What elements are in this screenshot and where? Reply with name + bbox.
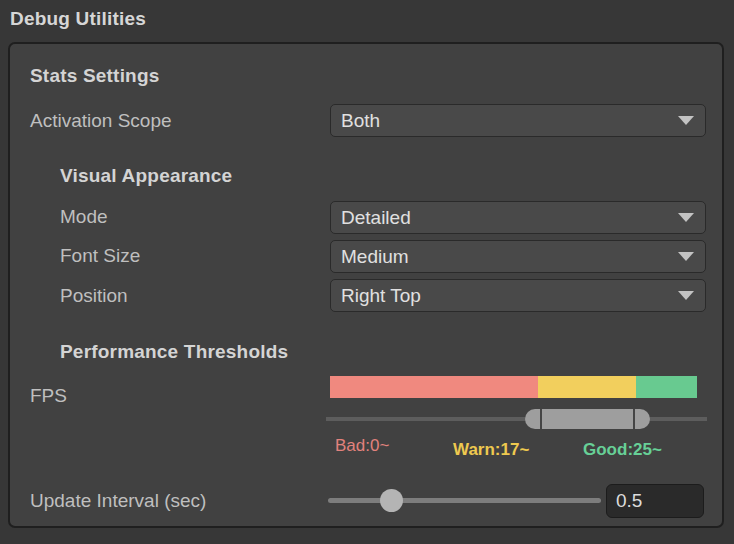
- chevron-down-icon: [678, 291, 694, 300]
- position-dropdown[interactable]: Right Top: [330, 279, 706, 312]
- activation-scope-dropdown[interactable]: Both: [330, 104, 706, 137]
- mode-dropdown[interactable]: Detailed: [330, 201, 706, 234]
- font-size-value: Medium: [331, 246, 678, 268]
- chevron-down-icon: [678, 116, 694, 125]
- visual-appearance-heading: Visual Appearance: [60, 165, 232, 187]
- fps-warn-segment: [538, 376, 636, 398]
- font-size-dropdown[interactable]: Medium: [330, 240, 706, 273]
- update-interval-slider-handle[interactable]: [380, 489, 403, 512]
- fps-good-threshold-label: Good:25~: [583, 440, 662, 460]
- position-value: Right Top: [331, 285, 678, 307]
- fps-bad-segment: [330, 376, 538, 398]
- fps-label: FPS: [30, 384, 67, 408]
- mode-label: Mode: [60, 205, 108, 229]
- update-interval-value-field[interactable]: [606, 484, 704, 518]
- activation-scope-label: Activation Scope: [30, 109, 172, 133]
- page-title: Debug Utilities: [10, 8, 146, 30]
- stats-settings-heading: Stats Settings: [30, 65, 160, 87]
- fps-min-handle[interactable]: [540, 409, 542, 429]
- update-interval-label: Update Interval (sec): [30, 489, 206, 513]
- font-size-label: Font Size: [60, 244, 140, 268]
- fps-good-segment: [636, 376, 697, 398]
- fps-max-handle[interactable]: [633, 409, 635, 429]
- stats-settings-groupbox: Stats Settings Activation Scope Both Vis…: [8, 42, 724, 528]
- update-interval-slider-track[interactable]: [328, 498, 601, 503]
- activation-scope-value: Both: [331, 110, 678, 132]
- chevron-down-icon: [678, 213, 694, 222]
- fps-warn-threshold-label: Warn:17~: [453, 440, 529, 460]
- performance-thresholds-heading: Performance Thresholds: [60, 341, 288, 363]
- position-label: Position: [60, 284, 128, 308]
- chevron-down-icon: [678, 252, 694, 261]
- fps-minmax-slider-range[interactable]: [525, 409, 650, 429]
- fps-threshold-colorbar: [330, 376, 697, 398]
- mode-value: Detailed: [331, 207, 678, 229]
- fps-bad-threshold-label: Bad:0~: [335, 436, 389, 456]
